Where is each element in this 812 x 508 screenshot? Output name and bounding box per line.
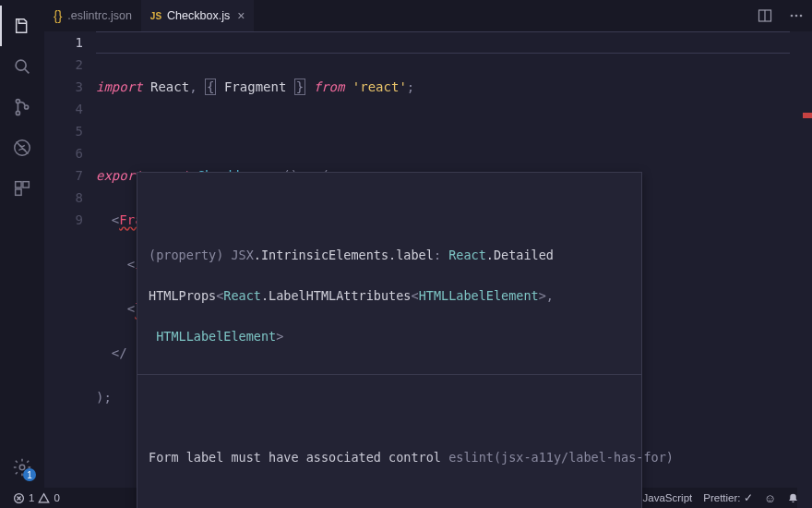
editor-area: {} .eslintrc.json JS Checkbox.js × 1 2 3… <box>44 0 812 488</box>
js-icon: JS <box>150 11 161 21</box>
tab-checkbox[interactable]: JS Checkbox.js × <box>141 0 255 31</box>
svg-point-1 <box>16 100 19 103</box>
svg-point-8 <box>19 465 25 470</box>
hover-message: Form label must have associated control … <box>137 419 641 495</box>
minimap[interactable] <box>797 31 812 508</box>
json-icon: {} <box>54 8 62 23</box>
svg-rect-7 <box>16 189 21 195</box>
split-editor-icon[interactable] <box>749 0 781 31</box>
tab-label: .eslintrc.json <box>67 9 131 22</box>
hover-tooltip: (property) JSX.IntrinsicElements.label: … <box>137 172 642 508</box>
tab-label: Checkbox.js <box>167 9 230 22</box>
more-actions-icon[interactable] <box>781 0 812 31</box>
hover-signature: (property) JSX.IntrinsicElements.label: … <box>137 217 641 375</box>
minimap-error-marker[interactable] <box>803 113 812 118</box>
svg-point-12 <box>800 15 803 18</box>
code-content[interactable]: import React, { Fragment } from 'react';… <box>96 31 797 508</box>
tab-bar: {} .eslintrc.json JS Checkbox.js × <box>44 0 812 31</box>
activity-bar: 1 <box>0 0 44 488</box>
line-gutter: 1 2 3 4 5 6 7 8 9 <box>44 31 96 508</box>
tab-eslintrc[interactable]: {} .eslintrc.json <box>44 0 141 31</box>
svg-rect-6 <box>23 182 29 187</box>
close-icon[interactable]: × <box>237 8 245 23</box>
search-icon[interactable] <box>0 46 44 87</box>
extensions-icon[interactable] <box>0 168 44 209</box>
svg-point-2 <box>16 111 19 115</box>
explorer-icon[interactable] <box>0 6 44 46</box>
no-bugs-icon[interactable] <box>0 127 44 168</box>
settings-badge: 1 <box>23 468 36 481</box>
svg-point-0 <box>16 60 26 70</box>
settings-gear-icon[interactable]: 1 <box>0 447 44 488</box>
svg-rect-5 <box>16 182 21 187</box>
svg-point-11 <box>795 15 798 18</box>
svg-point-10 <box>791 15 794 18</box>
source-control-icon[interactable] <box>0 87 44 127</box>
code-editor[interactable]: 1 2 3 4 5 6 7 8 9 import React, { Fragme… <box>44 31 812 508</box>
svg-point-3 <box>25 105 29 109</box>
